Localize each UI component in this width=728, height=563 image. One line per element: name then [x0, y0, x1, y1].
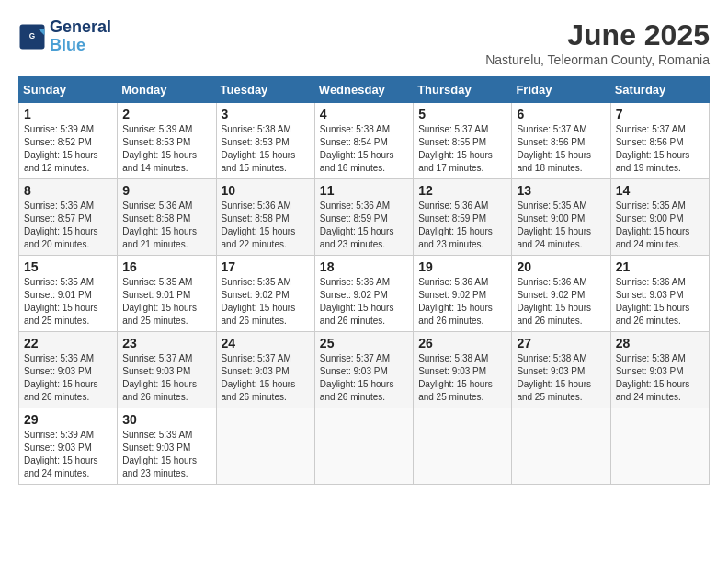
day-info: Sunrise: 5:37 AM Sunset: 8:56 PM Dayligh…	[616, 123, 704, 175]
table-row: 16Sunrise: 5:35 AM Sunset: 9:01 PM Dayli…	[118, 256, 216, 332]
table-row: 29Sunrise: 5:39 AM Sunset: 9:03 PM Dayli…	[19, 408, 118, 485]
header-saturday: Saturday	[610, 77, 709, 103]
day-number: 9	[122, 183, 210, 198]
day-number: 4	[320, 107, 408, 121]
table-row: 7Sunrise: 5:37 AM Sunset: 8:56 PM Daylig…	[610, 103, 709, 179]
day-info: Sunrise: 5:36 AM Sunset: 9:02 PM Dayligh…	[418, 276, 506, 327]
day-number: 20	[517, 259, 605, 274]
header-tuesday: Tuesday	[216, 77, 314, 103]
table-row: 19Sunrise: 5:36 AM Sunset: 9:02 PM Dayli…	[414, 256, 512, 332]
day-info: Sunrise: 5:35 AM Sunset: 9:01 PM Dayligh…	[24, 276, 112, 327]
day-number: 2	[122, 107, 210, 121]
day-info: Sunrise: 5:39 AM Sunset: 9:03 PM Dayligh…	[122, 429, 210, 480]
table-row: 6Sunrise: 5:37 AM Sunset: 8:56 PM Daylig…	[512, 103, 610, 179]
calendar-row: 29Sunrise: 5:39 AM Sunset: 9:03 PM Dayli…	[19, 408, 710, 485]
header-friday: Friday	[512, 77, 610, 103]
table-row	[216, 408, 314, 485]
day-info: Sunrise: 5:36 AM Sunset: 9:03 PM Dayligh…	[24, 352, 112, 404]
day-number: 19	[418, 259, 506, 274]
table-row: 9Sunrise: 5:36 AM Sunset: 8:58 PM Daylig…	[118, 179, 216, 256]
day-info: Sunrise: 5:39 AM Sunset: 8:52 PM Dayligh…	[24, 123, 112, 175]
table-row: 2Sunrise: 5:39 AM Sunset: 8:53 PM Daylig…	[118, 103, 216, 179]
day-info: Sunrise: 5:37 AM Sunset: 8:55 PM Dayligh…	[418, 123, 506, 175]
day-info: Sunrise: 5:36 AM Sunset: 9:03 PM Dayligh…	[616, 276, 704, 327]
month-title: June 2025	[485, 18, 710, 52]
day-info: Sunrise: 5:38 AM Sunset: 9:03 PM Dayligh…	[616, 352, 704, 404]
day-number: 10	[222, 183, 310, 198]
day-info: Sunrise: 5:36 AM Sunset: 8:58 PM Dayligh…	[222, 200, 310, 251]
day-info: Sunrise: 5:35 AM Sunset: 9:01 PM Dayligh…	[122, 276, 210, 327]
day-info: Sunrise: 5:38 AM Sunset: 8:54 PM Dayligh…	[320, 123, 408, 175]
day-number: 6	[517, 107, 605, 121]
day-info: Sunrise: 5:36 AM Sunset: 9:02 PM Dayligh…	[320, 276, 408, 327]
day-number: 26	[418, 336, 506, 350]
day-number: 23	[122, 336, 210, 350]
calendar-row: 8Sunrise: 5:36 AM Sunset: 8:57 PM Daylig…	[19, 179, 710, 256]
weekday-header-row: Sunday Monday Tuesday Wednesday Thursday…	[19, 77, 710, 103]
table-row: 24Sunrise: 5:37 AM Sunset: 9:03 PM Dayli…	[216, 332, 314, 408]
day-number: 24	[222, 336, 310, 350]
table-row: 17Sunrise: 5:35 AM Sunset: 9:02 PM Dayli…	[216, 256, 314, 332]
day-number: 7	[616, 107, 704, 121]
table-row	[512, 408, 610, 485]
day-number: 12	[418, 183, 506, 198]
day-info: Sunrise: 5:39 AM Sunset: 9:03 PM Dayligh…	[24, 429, 112, 480]
day-info: Sunrise: 5:35 AM Sunset: 9:00 PM Dayligh…	[616, 200, 704, 251]
day-info: Sunrise: 5:37 AM Sunset: 9:03 PM Dayligh…	[122, 352, 210, 404]
table-row: 3Sunrise: 5:38 AM Sunset: 8:53 PM Daylig…	[216, 103, 314, 179]
day-number: 17	[222, 259, 310, 274]
day-info: Sunrise: 5:36 AM Sunset: 8:57 PM Dayligh…	[24, 200, 112, 251]
day-info: Sunrise: 5:39 AM Sunset: 8:53 PM Dayligh…	[122, 123, 210, 175]
logo-line1: General	[50, 18, 111, 37]
day-info: Sunrise: 5:37 AM Sunset: 8:56 PM Dayligh…	[517, 123, 605, 175]
day-info: Sunrise: 5:36 AM Sunset: 8:59 PM Dayligh…	[418, 200, 506, 251]
day-number: 25	[320, 336, 408, 350]
logo-line2: Blue	[50, 37, 111, 55]
day-number: 8	[24, 183, 112, 198]
table-row	[314, 408, 413, 485]
logo: G General Blue	[18, 18, 111, 55]
table-row: 23Sunrise: 5:37 AM Sunset: 9:03 PM Dayli…	[118, 332, 216, 408]
page-header: G General Blue June 2025 Nasturelu, Tele…	[18, 18, 710, 67]
table-row: 15Sunrise: 5:35 AM Sunset: 9:01 PM Dayli…	[19, 256, 118, 332]
day-info: Sunrise: 5:35 AM Sunset: 9:00 PM Dayligh…	[517, 200, 605, 251]
day-number: 16	[122, 259, 210, 274]
header-monday: Monday	[118, 77, 216, 103]
table-row: 18Sunrise: 5:36 AM Sunset: 9:02 PM Dayli…	[314, 256, 413, 332]
calendar-row: 1Sunrise: 5:39 AM Sunset: 8:52 PM Daylig…	[19, 103, 710, 179]
table-row: 11Sunrise: 5:36 AM Sunset: 8:59 PM Dayli…	[314, 179, 413, 256]
day-number: 1	[24, 107, 112, 121]
table-row: 10Sunrise: 5:36 AM Sunset: 8:58 PM Dayli…	[216, 179, 314, 256]
table-row: 4Sunrise: 5:38 AM Sunset: 8:54 PM Daylig…	[314, 103, 413, 179]
table-row: 14Sunrise: 5:35 AM Sunset: 9:00 PM Dayli…	[610, 179, 709, 256]
day-number: 15	[24, 259, 112, 274]
day-info: Sunrise: 5:35 AM Sunset: 9:02 PM Dayligh…	[222, 276, 310, 327]
day-number: 11	[320, 183, 408, 198]
day-info: Sunrise: 5:37 AM Sunset: 9:03 PM Dayligh…	[222, 352, 310, 404]
day-info: Sunrise: 5:38 AM Sunset: 9:03 PM Dayligh…	[517, 352, 605, 404]
table-row: 5Sunrise: 5:37 AM Sunset: 8:55 PM Daylig…	[414, 103, 512, 179]
table-row: 26Sunrise: 5:38 AM Sunset: 9:03 PM Dayli…	[414, 332, 512, 408]
table-row: 1Sunrise: 5:39 AM Sunset: 8:52 PM Daylig…	[19, 103, 118, 179]
calendar-table: Sunday Monday Tuesday Wednesday Thursday…	[18, 76, 710, 485]
calendar-row: 15Sunrise: 5:35 AM Sunset: 9:01 PM Dayli…	[19, 256, 710, 332]
table-row: 28Sunrise: 5:38 AM Sunset: 9:03 PM Dayli…	[610, 332, 709, 408]
day-number: 29	[24, 412, 112, 427]
day-number: 22	[24, 336, 112, 350]
day-info: Sunrise: 5:37 AM Sunset: 9:03 PM Dayligh…	[320, 352, 408, 404]
day-number: 14	[616, 183, 704, 198]
table-row: 25Sunrise: 5:37 AM Sunset: 9:03 PM Dayli…	[314, 332, 413, 408]
day-info: Sunrise: 5:36 AM Sunset: 9:02 PM Dayligh…	[517, 276, 605, 327]
day-number: 28	[616, 336, 704, 350]
day-number: 21	[616, 259, 704, 274]
day-info: Sunrise: 5:38 AM Sunset: 9:03 PM Dayligh…	[418, 352, 506, 404]
table-row: 30Sunrise: 5:39 AM Sunset: 9:03 PM Dayli…	[118, 408, 216, 485]
day-number: 3	[222, 107, 310, 121]
table-row: 22Sunrise: 5:36 AM Sunset: 9:03 PM Dayli…	[19, 332, 118, 408]
day-number: 18	[320, 259, 408, 274]
table-row: 8Sunrise: 5:36 AM Sunset: 8:57 PM Daylig…	[19, 179, 118, 256]
table-row: 12Sunrise: 5:36 AM Sunset: 8:59 PM Dayli…	[414, 179, 512, 256]
table-row: 20Sunrise: 5:36 AM Sunset: 9:02 PM Dayli…	[512, 256, 610, 332]
table-row: 27Sunrise: 5:38 AM Sunset: 9:03 PM Dayli…	[512, 332, 610, 408]
table-row: 13Sunrise: 5:35 AM Sunset: 9:00 PM Dayli…	[512, 179, 610, 256]
